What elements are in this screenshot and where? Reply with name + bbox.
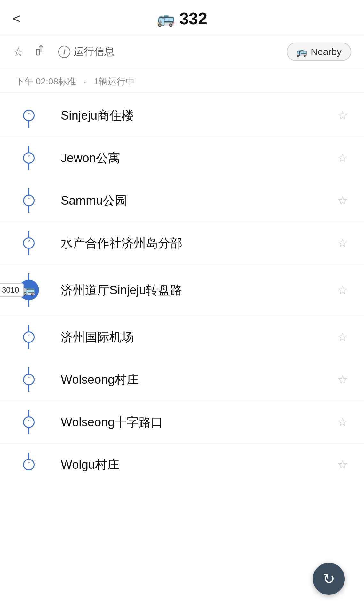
- toolbar: ☆ i 运行信息 🚌 Nearby: [0, 35, 364, 69]
- chevron-down-icon: ˅: [28, 462, 30, 468]
- timeline-line-bottom: [28, 470, 29, 477]
- timeline-col: 🚌3010: [0, 273, 58, 307]
- favorite-star[interactable]: ☆: [337, 458, 351, 472]
- stop-item[interactable]: ˅Wolgu村庄☆: [0, 444, 364, 486]
- svg-rect-0: [36, 49, 40, 55]
- nearby-label: Nearby: [311, 46, 342, 57]
- stop-name: Wolgu村庄: [58, 457, 337, 473]
- chevron-down-icon: ˅: [28, 198, 30, 203]
- stop-item[interactable]: 🚌3010济州道厅Sinjeju转盘路☆: [0, 264, 364, 316]
- timeline-line-top: [28, 410, 29, 416]
- timeline-line-top: [28, 453, 29, 459]
- info-label: 运行信息: [74, 45, 115, 59]
- chevron-down-icon: ˅: [28, 419, 30, 425]
- status-time: 下午 02:08标准: [15, 76, 76, 86]
- stop-name: 水产合作社济州岛分部: [58, 235, 337, 251]
- timeline-col: ˅: [0, 410, 58, 434]
- stop-item[interactable]: ˅Sinjeju商住楼☆: [0, 94, 364, 137]
- timeline-line-top: [28, 146, 29, 152]
- timeline-col: ˅: [0, 367, 58, 392]
- stop-dot: ˅: [23, 374, 35, 385]
- stop-item[interactable]: ˅济州国际机场☆: [0, 316, 364, 358]
- stop-item[interactable]: ˅Jewon公寓☆: [0, 137, 364, 179]
- stop-name: Sammu公园: [58, 193, 337, 209]
- timeline-line-bottom: [28, 428, 29, 434]
- favorite-icon[interactable]: ☆: [13, 45, 24, 59]
- timeline-line-bottom: [28, 385, 29, 392]
- back-button[interactable]: <: [13, 12, 20, 25]
- timeline-line-top: [28, 325, 29, 331]
- timeline-line-bottom: [28, 206, 29, 213]
- stop-dot: ˅: [23, 110, 35, 121]
- stop-name: Wolseong村庄: [58, 372, 337, 388]
- stop-dot: ˅: [23, 195, 35, 206]
- chevron-down-icon: ˅: [28, 240, 30, 246]
- favorite-star[interactable]: ☆: [337, 283, 351, 297]
- stop-name: Wolseong十字路口: [58, 414, 337, 430]
- stop-dot: ˅: [23, 237, 35, 249]
- chevron-down-icon: ˅: [28, 334, 30, 340]
- chevron-down-icon: ˅: [28, 155, 30, 161]
- route-number: 332: [179, 9, 207, 28]
- timeline-col: ˅: [0, 146, 58, 170]
- favorite-star[interactable]: ☆: [337, 330, 351, 344]
- header-title: 🚌 332: [157, 9, 207, 28]
- share-icon[interactable]: [35, 45, 47, 59]
- bus-route-icon: 🚌: [157, 10, 175, 27]
- timeline-line-top: [28, 273, 29, 280]
- chevron-down-icon: ˅: [28, 377, 30, 382]
- timeline-col: ˅: [0, 231, 58, 255]
- timeline-line-top: [28, 367, 29, 374]
- nearby-bus-icon: 🚌: [296, 47, 307, 57]
- stop-name: 济州国际机场: [58, 329, 337, 345]
- favorite-star[interactable]: ☆: [337, 415, 351, 429]
- timeline-line-bottom: [28, 249, 29, 255]
- timeline-line-top: [28, 188, 29, 195]
- stop-item[interactable]: ˅Sammu公园☆: [0, 179, 364, 222]
- timeline-col: ˅: [0, 325, 58, 349]
- nearby-button[interactable]: 🚌 Nearby: [287, 43, 351, 61]
- stop-dot: ˅: [23, 416, 35, 428]
- stop-list: ˅Sinjeju商住楼☆˅Jewon公寓☆˅Sammu公园☆˅水产合作社济州岛分…: [0, 94, 364, 486]
- timeline-line-bottom: [28, 164, 29, 170]
- timeline-line-bottom: [28, 121, 29, 128]
- status-separator: ·: [84, 76, 86, 86]
- status-running: 1辆运行中: [94, 76, 135, 86]
- header: < 🚌 332: [0, 0, 364, 35]
- stop-dot: ˅: [23, 331, 35, 343]
- favorite-star[interactable]: ☆: [337, 151, 351, 165]
- stop-item[interactable]: ˅水产合作社济州岛分部☆: [0, 222, 364, 264]
- favorite-star[interactable]: ☆: [337, 373, 351, 387]
- chevron-down-icon: ˅: [28, 113, 30, 118]
- timeline-line-top: [28, 103, 29, 110]
- refresh-icon: ↻: [323, 570, 335, 587]
- stop-name: Sinjeju商住楼: [58, 107, 337, 124]
- timeline-line-bottom: [28, 343, 29, 349]
- stop-name: 济州道厅Sinjeju转盘路: [58, 282, 337, 298]
- stop-item[interactable]: ˅Wolseong村庄☆: [0, 358, 364, 401]
- stop-dot: ˅: [23, 152, 35, 164]
- info-section[interactable]: i 运行信息: [58, 45, 115, 59]
- refresh-button[interactable]: ↻: [313, 563, 345, 595]
- timeline-col: ˅: [0, 103, 58, 128]
- favorite-star[interactable]: ☆: [337, 236, 351, 250]
- bus-number-tag: 3010: [0, 283, 24, 297]
- timeline-line-top: [28, 231, 29, 237]
- favorite-star[interactable]: ☆: [337, 193, 351, 208]
- stop-name: Jewon公寓: [58, 150, 337, 166]
- timeline-line-bottom: [28, 300, 29, 307]
- favorite-star[interactable]: ☆: [337, 108, 351, 122]
- timeline-col: ˅: [0, 453, 58, 477]
- stop-dot: ˅: [23, 459, 35, 470]
- info-icon: i: [58, 46, 70, 58]
- timeline-col: ˅: [0, 188, 58, 213]
- status-bar: 下午 02:08标准 · 1辆运行中: [0, 69, 364, 94]
- stop-item[interactable]: ˅Wolseong十字路口☆: [0, 401, 364, 444]
